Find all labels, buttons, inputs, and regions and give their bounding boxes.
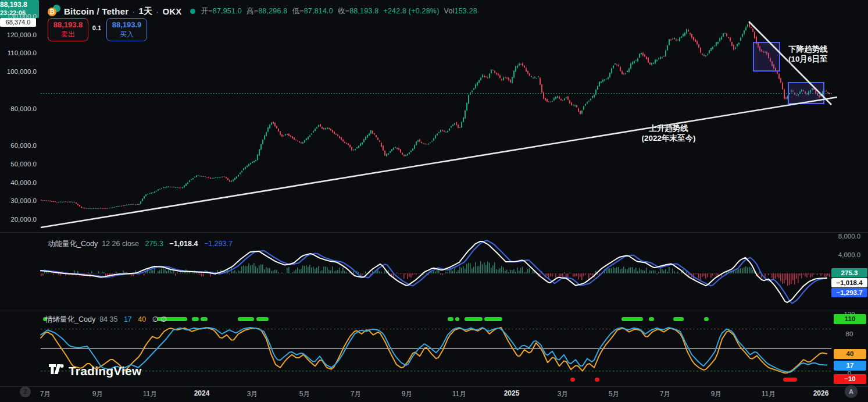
price-axis-tick: 30,000.0	[0, 197, 37, 205]
momentum-panel[interactable]	[41, 240, 830, 303]
momentum-value-badge: −1,018.4	[831, 278, 867, 287]
volume-value: 153.28	[455, 7, 477, 15]
oversold-marker	[783, 378, 797, 382]
overbought-marker	[465, 317, 483, 321]
uptrend-annotation[interactable]: 上升趋势线(2022年末至今)	[631, 124, 706, 143]
axis-settings-button[interactable]: A	[845, 385, 858, 398]
price-axis-tick: 80,000.0	[0, 105, 37, 113]
time-axis-label[interactable]: 3月	[558, 389, 569, 399]
overbought-marker	[621, 317, 643, 321]
time-axis-label[interactable]: 5月	[299, 389, 310, 399]
sentiment-indicator-title[interactable]: 情绪量化_Cody84 35 17 40 ∅ ∅	[45, 315, 171, 325]
time-axis-label[interactable]: 2025	[504, 389, 520, 397]
spread-value: 0.1	[88, 24, 106, 31]
change-value: +242.8 (+0.28%)	[383, 7, 439, 15]
panel-divider-2[interactable]	[0, 311, 868, 311]
price-axis-tick: 20,000.0	[0, 215, 37, 223]
sentiment-panel[interactable]	[41, 317, 831, 382]
time-axis-label[interactable]: 7月	[40, 389, 51, 399]
momentum-axis-tick: 4,000.0	[836, 251, 863, 259]
time-axis-divider	[0, 386, 868, 387]
oversold-marker	[570, 378, 575, 382]
ohlc-label: 收=	[338, 6, 349, 16]
tradingview-logo-icon	[49, 364, 65, 378]
buy-label: 买入	[120, 30, 134, 39]
ohlc-label: 高=	[247, 6, 258, 16]
price-axis-tick: 60,000.0	[0, 141, 37, 150]
ohlc-readout: 开=87,951.0高=88,296.8低=87,814.0收=88,193.8…	[201, 6, 482, 16]
overbought-marker	[649, 317, 654, 321]
time-axis-label[interactable]: 9月	[711, 389, 722, 399]
time-axis-label[interactable]: 9月	[402, 389, 413, 399]
overbought-marker	[704, 317, 709, 321]
time-axis-label[interactable]: 7月	[660, 389, 671, 399]
downtrend-annotation[interactable]: 下降趋势线(10月6日至	[788, 45, 828, 64]
ohlc-label: 低=	[292, 6, 303, 16]
sell-label: 卖出	[61, 30, 75, 39]
overbought-marker	[673, 317, 684, 321]
ohlc-value: 87,814.0	[304, 7, 333, 15]
ohlc-label: 开=	[201, 6, 213, 16]
oversold-marker	[595, 378, 599, 382]
price-axis-tick: 40,000.0	[0, 179, 37, 187]
volume-label: Vol	[444, 7, 455, 15]
overbought-marker	[256, 317, 269, 321]
time-axis-label[interactable]: 11月	[762, 389, 776, 399]
timezone-button[interactable]: Z	[20, 386, 31, 397]
separator-dot: ·	[132, 6, 135, 16]
sentiment-value-badge: 40	[834, 349, 866, 359]
ohlc-value: 87,951.0	[213, 7, 242, 15]
overbought-marker	[201, 317, 208, 321]
buy-price: 88,193.9	[112, 20, 142, 30]
overbought-marker	[455, 317, 459, 321]
tradingview-chart-window: ₿ Bitcoin / Tether · 1天 · OKX 开=87,951.0…	[0, 0, 868, 402]
tradingview-watermark[interactable]: TradingView	[49, 364, 142, 378]
sentiment-axis-tick: 80	[836, 330, 863, 338]
chart-canvas[interactable]	[0, 0, 868, 402]
overbought-marker	[238, 317, 254, 321]
sell-button[interactable]: 88,193.8 卖出	[48, 18, 88, 41]
time-axis-label[interactable]: 11月	[452, 389, 466, 399]
time-axis-label[interactable]: 3月	[247, 389, 258, 399]
momentum-value-badge: −1,293.7	[831, 288, 867, 297]
price-panel[interactable]	[41, 22, 837, 227]
price-axis-tick: 50,000.0	[0, 160, 37, 168]
sentiment-value-badge: −10	[834, 374, 866, 384]
ohlc-value: 88,193.8	[349, 7, 378, 15]
time-axis-label[interactable]: 7月	[351, 389, 362, 399]
momentum-indicator-title[interactable]: 动能量化_Cody12 26 close 275.3 −1,018.4 −1,2…	[48, 239, 237, 249]
overbought-marker	[192, 317, 199, 321]
overbought-marker	[484, 317, 502, 321]
time-axis-label[interactable]: 11月	[143, 389, 157, 399]
momentum-value-badge: 275.3	[831, 268, 867, 278]
price-axis-tick: 100,000.0	[0, 67, 37, 76]
price-axis-tick: 110,000.0	[0, 49, 37, 57]
interval-label[interactable]: 1天	[138, 6, 152, 17]
time-axis-label[interactable]: 2024	[194, 389, 210, 397]
panel-divider-1[interactable]	[0, 232, 868, 233]
sell-price: 88,193.8	[53, 20, 83, 30]
highlight-box[interactable]	[753, 42, 780, 71]
buy-button[interactable]: 88,193.9 买入	[106, 18, 147, 41]
exchange-label[interactable]: OKX	[162, 6, 181, 16]
ohlc-value: 88,296.8	[258, 7, 287, 15]
market-status-icon	[190, 9, 195, 14]
time-axis-label[interactable]: 5月	[609, 389, 620, 399]
sentiment-value-badge: 110	[834, 314, 866, 324]
btc-usdt-pair-icon: ₿	[48, 5, 62, 17]
price-axis-tick: 120,000.0	[0, 31, 37, 39]
symbol-header[interactable]: ₿ Bitcoin / Tether · 1天 · OKX 开=87,951.0…	[48, 5, 482, 17]
time-axis-label[interactable]: 2026	[813, 389, 829, 397]
sentiment-value-badge: 17	[834, 361, 866, 371]
uptrend-line[interactable]	[41, 97, 837, 227]
time-axis-label[interactable]: 9月	[92, 389, 103, 399]
momentum-axis-tick: 8,000.0	[836, 232, 863, 240]
symbol-name[interactable]: Bitcoin / Tether	[64, 6, 128, 16]
separator-dot: ·	[156, 6, 159, 16]
price-axis-tick: 130,000.0	[0, 12, 37, 20]
overbought-marker	[448, 317, 453, 321]
